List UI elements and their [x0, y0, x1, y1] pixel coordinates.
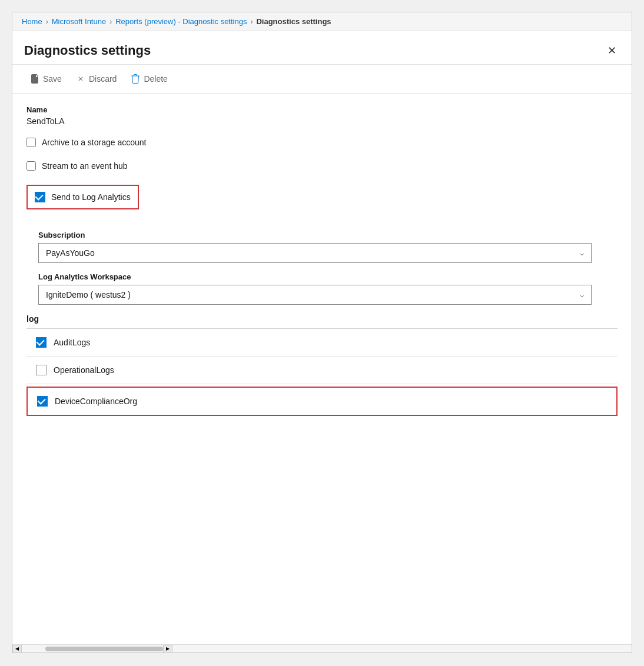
name-label: Name — [26, 105, 618, 114]
log-item-operationallogs[interactable]: OperationalLogs — [26, 357, 618, 384]
save-label: Save — [43, 74, 62, 84]
stream-label[interactable]: Stream to an event hub — [42, 161, 128, 171]
form-content: Name SendToLA Archive to a storage accou… — [12, 94, 632, 430]
operationallogs-checkbox-empty[interactable] — [36, 365, 47, 375]
send-to-log-checkbox-checked[interactable] — [35, 192, 45, 202]
delete-icon — [131, 74, 140, 84]
log-item-devicecomplianceorg[interactable]: DeviceComplianceOrg — [26, 387, 618, 416]
delete-button[interactable]: Delete — [125, 71, 173, 87]
horizontal-scrollbar[interactable]: ◀ ▶ — [12, 644, 632, 652]
stream-checkbox-row: Stream to an event hub — [26, 161, 618, 171]
name-field: Name SendToLA — [26, 105, 618, 126]
log-item-auditlogs[interactable]: AuditLogs — [26, 329, 618, 357]
toolbar: Save Discard Delete — [12, 65, 632, 94]
scroll-left-button[interactable]: ◀ — [12, 645, 22, 653]
chevron-down-icon: ⌵ — [580, 249, 584, 257]
subscription-value: PayAsYouGo — [46, 248, 95, 258]
subscription-label: Subscription — [38, 231, 618, 239]
archive-checkbox[interactable] — [26, 138, 36, 147]
page-title: Diagnostics settings — [24, 43, 151, 58]
log-section-header: log — [26, 314, 618, 328]
stream-checkbox-wrapper[interactable]: Stream to an event hub — [26, 161, 128, 171]
stream-checkbox[interactable] — [26, 161, 36, 171]
name-value: SendToLA — [26, 116, 618, 126]
subscription-section: Subscription PayAsYouGo ⌵ Log Analytics … — [38, 231, 618, 305]
breadcrumb-sep-3: › — [250, 18, 253, 26]
chevron-down-icon-2: ⌵ — [580, 291, 584, 299]
delete-label: Delete — [144, 74, 167, 84]
archive-checkbox-row: Archive to a storage account — [26, 138, 618, 147]
send-to-log-label: Send to Log Analytics — [51, 192, 131, 202]
archive-label[interactable]: Archive to a storage account — [42, 138, 146, 147]
workspace-label: Log Analytics Workspace — [38, 272, 618, 281]
send-to-log-highlight-box[interactable]: Send to Log Analytics — [26, 185, 139, 209]
save-button[interactable]: Save — [24, 71, 68, 87]
send-to-log-section: Send to Log Analytics — [26, 185, 618, 221]
operationallogs-label: OperationalLogs — [54, 365, 114, 375]
devicecomplianceorg-label: DeviceComplianceOrg — [55, 397, 137, 406]
diagnostics-settings-panel: Home › Microsoft Intune › Reports (previ… — [12, 12, 632, 653]
discard-button[interactable]: Discard — [70, 71, 122, 87]
breadcrumb-sep-1: › — [46, 18, 48, 26]
discard-label: Discard — [89, 74, 117, 84]
auditlogs-checkbox-checked[interactable] — [36, 337, 47, 348]
breadcrumb-current: Diagnostics settings — [256, 17, 331, 26]
breadcrumb-sep-2: › — [109, 18, 112, 26]
devicecomplianceorg-checkbox-checked[interactable] — [37, 396, 48, 407]
scroll-right-button[interactable]: ▶ — [163, 645, 172, 653]
workspace-value: IgniteDemo ( westus2 ) — [46, 290, 131, 299]
log-section: log AuditLogs OperationalLogs DeviceComp… — [26, 314, 618, 416]
scrollbar-thumb[interactable] — [45, 647, 163, 651]
breadcrumb-home[interactable]: Home — [22, 17, 42, 26]
breadcrumb-intune[interactable]: Microsoft Intune — [52, 17, 107, 26]
breadcrumb: Home › Microsoft Intune › Reports (previ… — [12, 12, 632, 31]
close-button[interactable]: ✕ — [604, 43, 620, 58]
breadcrumb-reports[interactable]: Reports (preview) - Diagnostic settings — [115, 17, 247, 26]
panel-header: Diagnostics settings ✕ — [12, 31, 632, 65]
discard-icon — [76, 74, 85, 84]
save-icon — [30, 74, 39, 84]
subscription-dropdown[interactable]: PayAsYouGo ⌵ — [38, 243, 592, 263]
archive-checkbox-wrapper[interactable]: Archive to a storage account — [26, 138, 146, 147]
auditlogs-label: AuditLogs — [54, 338, 90, 347]
workspace-dropdown[interactable]: IgniteDemo ( westus2 ) ⌵ — [38, 285, 592, 305]
